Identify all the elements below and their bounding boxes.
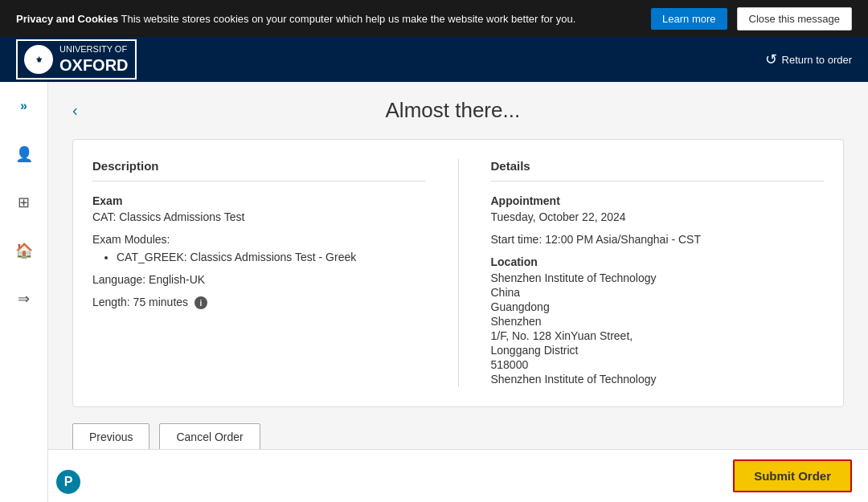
location-line: Shenzhen Institute of Technology — [491, 373, 825, 386]
exam-value: CAT: Classics Admissions Test — [92, 210, 426, 223]
back-button[interactable]: ‹ — [72, 101, 78, 120]
pearson-icon: P — [64, 475, 73, 489]
appointment-date: Tuesday, October 22, 2024 — [491, 210, 825, 223]
expand-icon: » — [20, 99, 27, 113]
location-label: Location — [491, 255, 825, 268]
page-title: Almost there... — [86, 98, 820, 123]
appointment-label: Appointment — [491, 194, 825, 207]
location-line: 1/F, No. 128 XinYuan Street, — [491, 329, 825, 342]
page-header: ‹ Almost there... — [72, 98, 844, 123]
exam-label: Exam — [92, 194, 426, 207]
details-header: Details — [491, 159, 825, 182]
grid-icon: ⊞ — [18, 194, 30, 211]
sidebar: » 👤 ⊞ 🏠 ⇒ — [0, 82, 48, 502]
location-line: Longgang District — [491, 344, 825, 357]
profile-icon: 👤 — [15, 145, 33, 163]
home-icon: 🏠 — [15, 242, 33, 259]
location-line: 518000 — [491, 358, 825, 371]
main-layout: » 👤 ⊞ 🏠 ⇒ ‹ Almost there... Description — [0, 82, 868, 502]
sidebar-item-home[interactable]: 🏠 — [8, 235, 40, 267]
language-value: Language: English-UK — [92, 273, 426, 286]
sidebar-item-navigate[interactable]: ⇒ — [8, 283, 40, 315]
modules-label: Exam Modules: — [92, 233, 426, 246]
cancel-order-button[interactable]: Cancel Order — [159, 423, 260, 451]
location-line: Shenzhen — [491, 315, 825, 328]
cookie-banner: Privacy and Cookies This website stores … — [0, 0, 868, 37]
cookie-text: Privacy and Cookies This website stores … — [16, 13, 641, 25]
previous-button[interactable]: Previous — [72, 423, 149, 451]
sidebar-expand-button[interactable]: » — [8, 90, 40, 122]
arrow-right-icon: ⇒ — [18, 290, 30, 308]
logo-area: ⚜ UNIVERSITY OF OXFORD — [16, 39, 137, 79]
actions-bar: Previous Cancel Order — [72, 423, 844, 451]
length-value: Length: 75 minutes i — [92, 296, 426, 309]
pearson-badge[interactable]: P — [56, 470, 80, 494]
location-lines: Shenzhen Institute of TechnologyChinaGua… — [491, 271, 825, 386]
cookie-body: This website stores cookies on your comp… — [121, 13, 576, 25]
learn-more-button[interactable]: Learn more — [651, 8, 727, 30]
appointment-time: Start time: 12:00 PM Asia/Shanghai - CST — [491, 233, 825, 246]
cookie-title: Privacy and Cookies — [16, 13, 118, 25]
oxford-logo: ⚜ UNIVERSITY OF OXFORD — [16, 39, 137, 79]
return-label: Return to order — [782, 54, 852, 66]
description-header: Description — [92, 159, 426, 182]
module-item: CAT_GREEK: Classics Admissions Test - Gr… — [117, 251, 426, 263]
oxford-text: UNIVERSITY OF OXFORD — [59, 44, 129, 74]
return-to-order-link[interactable]: ↺ Return to order — [765, 51, 852, 68]
description-column: Description Exam CAT: Classics Admission… — [92, 159, 459, 387]
location-line: China — [491, 286, 825, 299]
oxford-crest: ⚜ — [24, 45, 53, 74]
submit-order-button[interactable]: Submit Order — [733, 459, 852, 492]
submit-bar: Submit Order — [48, 449, 868, 502]
info-icon[interactable]: i — [194, 296, 207, 309]
sidebar-item-profile[interactable]: 👤 — [8, 138, 40, 170]
modules-list: CAT_GREEK: Classics Admissions Test - Gr… — [92, 251, 426, 263]
sidebar-item-dashboard[interactable]: ⊞ — [8, 186, 40, 218]
content-area: ‹ Almost there... Description Exam CAT: … — [48, 82, 868, 502]
order-summary-card: Description Exam CAT: Classics Admission… — [72, 139, 844, 407]
details-column: Details Appointment Tuesday, October 22,… — [491, 159, 825, 387]
return-icon: ↺ — [765, 51, 777, 68]
card-columns: Description Exam CAT: Classics Admission… — [92, 159, 824, 387]
close-message-button[interactable]: Close this message — [737, 7, 852, 31]
university-of-label: UNIVERSITY OF — [59, 44, 129, 55]
location-line: Guangdong — [491, 300, 825, 313]
location-line: Shenzhen Institute of Technology — [491, 271, 825, 284]
header: ⚜ UNIVERSITY OF OXFORD ↺ Return to order — [0, 37, 868, 82]
oxford-name: OXFORD — [59, 55, 129, 75]
